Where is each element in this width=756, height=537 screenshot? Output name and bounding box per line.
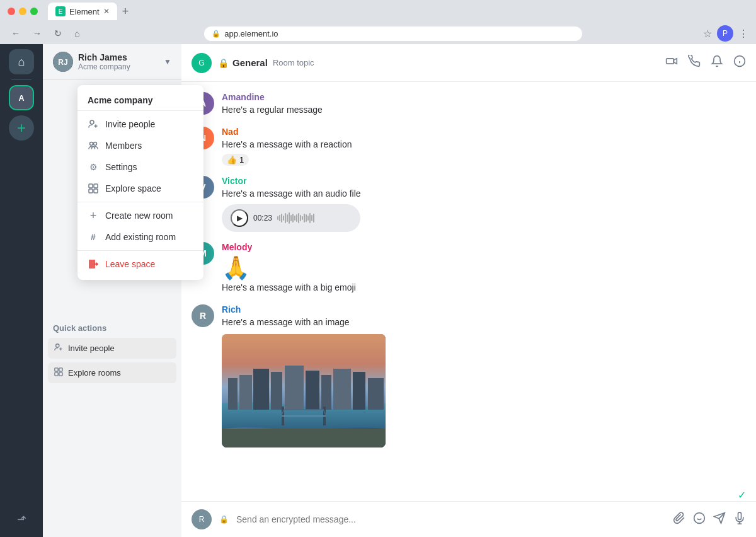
add-existing-room-label: Add existing room [105, 232, 176, 242]
svg-rect-16 [59, 372, 62, 376]
svg-rect-31 [333, 369, 351, 410]
chevron-down-icon: ▼ [164, 57, 171, 66]
home-button[interactable]: ⌂ [71, 27, 83, 40]
explore-space-icon [88, 183, 99, 194]
dropdown-item-invite-people[interactable]: Invite people [77, 113, 203, 135]
explore-space-label: Explore space [105, 183, 161, 193]
chat-input[interactable] [236, 514, 665, 524]
settings-label: Settings [105, 162, 137, 172]
browser-titlebar: E Element ✕ + [0, 0, 756, 23]
dropdown-item-leave-space[interactable]: Leave space [77, 253, 203, 275]
message-victor: V Victor Here's a message with an audio … [192, 176, 746, 232]
forward-button[interactable]: → [29, 27, 45, 40]
play-button[interactable]: ▶ [231, 209, 248, 227]
dropdown-title: Acme company [77, 90, 203, 108]
msg-reaction-nad[interactable]: 👍 1 [222, 154, 249, 166]
msg-sender-melody: Melody [222, 242, 746, 252]
msg-text-amandine: Here's a regular message [222, 103, 746, 117]
msg-content-amandine: Amandine Here's a regular message [222, 92, 746, 117]
msg-sender-victor: Victor [222, 176, 746, 186]
refresh-button[interactable]: ↻ [50, 27, 66, 40]
explore-rooms-qa-label: Explore rooms [68, 368, 121, 378]
svg-point-5 [90, 142, 93, 146]
explore-rooms-quick-action[interactable]: Explore rooms [48, 362, 176, 383]
browser-toolbar: ← → ↻ ⌂ 🔒 app.element.io ☆ P ⋮ [0, 23, 756, 44]
sidebar-divider [11, 79, 32, 80]
dropdown-menu: Acme company Invite people [77, 85, 203, 280]
back-button[interactable]: ← [8, 27, 24, 40]
svg-text:RJ: RJ [58, 58, 67, 67]
leave-space-label: Leave space [105, 259, 155, 269]
msg-sender-nad: Nad [222, 127, 746, 137]
user-name: Rich James [78, 52, 130, 62]
notifications-button[interactable] [711, 55, 723, 71]
svg-rect-32 [353, 372, 365, 410]
svg-rect-19 [667, 59, 674, 64]
tab-favicon: E [55, 6, 66, 16]
user-info: RJ Rich James Acme company [53, 52, 130, 72]
logout-button[interactable]: ⬏ [9, 507, 34, 532]
dropdown-item-members[interactable]: Members [77, 135, 203, 156]
invite-people-quick-action[interactable]: Invite people [48, 338, 176, 359]
space-acme-company[interactable]: A [9, 85, 34, 110]
space-avatar-image: A [10, 85, 33, 110]
svg-rect-27 [271, 372, 282, 410]
voice-button[interactable] [733, 512, 746, 528]
browser-tab[interactable]: E Element ✕ [48, 3, 117, 20]
sidebar-header[interactable]: RJ Rich James Acme company ▼ [43, 44, 181, 80]
bookmark-button[interactable]: ☆ [703, 28, 712, 40]
audio-time: 00:23 [253, 214, 272, 222]
maximize-dot[interactable] [30, 8, 38, 15]
chat-area: G 🔒 General Room topic [181, 44, 756, 537]
svg-point-38 [694, 512, 705, 523]
add-space-button[interactable]: + [9, 115, 34, 141]
info-button[interactable] [733, 55, 746, 71]
encryption-badge: 🔒 [219, 515, 229, 524]
msg-sender-amandine: Amandine [222, 92, 746, 102]
room-name: General [232, 57, 268, 68]
dropdown-divider-2 [77, 202, 203, 202]
browser-dots [8, 8, 38, 15]
profile-icon[interactable]: P [717, 25, 733, 42]
address-bar[interactable]: 🔒 app.element.io [204, 26, 582, 41]
close-dot[interactable] [8, 8, 15, 15]
video-call-button[interactable] [665, 55, 678, 71]
audio-call-button[interactable] [688, 55, 701, 71]
dropdown-item-add-existing-room[interactable]: # Add existing room [77, 226, 203, 248]
msg-text-victor: Here's a message with an audio file [222, 187, 746, 200]
msg-text-rich: Here's a message with an image [222, 316, 746, 329]
quick-actions-section: Quick actions Invite people [43, 313, 181, 392]
chat-header: G 🔒 General Room topic [181, 44, 756, 82]
create-room-icon: + [88, 210, 99, 221]
url-text: app.element.io [224, 29, 278, 38]
dropdown-item-settings[interactable]: ⚙ Settings [77, 156, 203, 178]
audio-player: ▶ 00:23 [222, 204, 360, 232]
dropdown-divider-3 [77, 250, 203, 251]
message-melody: M Melody 🙏 Here's a message with a big e… [192, 242, 746, 294]
members-icon [88, 140, 99, 151]
svg-rect-37 [222, 429, 386, 448]
chat-messages: A Amandine Here's a regular message N Na… [181, 82, 756, 502]
emoji-button[interactable] [693, 512, 706, 528]
svg-rect-29 [306, 371, 319, 410]
settings-icon: ⚙ [88, 161, 99, 173]
browser-chrome: E Element ✕ + ← → ↻ ⌂ 🔒 app.element.io ☆… [0, 0, 756, 44]
dropdown-item-create-room[interactable]: + Create new room [77, 205, 203, 226]
check-icon: ✓ [738, 489, 746, 501]
new-tab-button[interactable]: + [122, 5, 129, 18]
svg-rect-8 [94, 184, 98, 188]
avatar-image: RJ [53, 52, 73, 72]
avatar-rich: R [192, 304, 214, 327]
attachment-button[interactable] [673, 512, 685, 528]
msg-text-nad: Here's a message with a reaction [222, 138, 746, 151]
tab-close-button[interactable]: ✕ [103, 7, 110, 16]
home-button[interactable]: ⌂ [9, 49, 34, 74]
menu-button[interactable]: ⋮ [738, 28, 748, 40]
msg-content-rich: Rich Here's a message with an image [222, 304, 746, 448]
svg-rect-33 [368, 378, 384, 410]
message-status: ✓ [181, 489, 756, 501]
send-button[interactable] [713, 512, 726, 528]
msg-sender-rich: Rich [222, 304, 746, 315]
minimize-dot[interactable] [19, 8, 26, 15]
dropdown-item-explore-space[interactable]: Explore space [77, 178, 203, 199]
